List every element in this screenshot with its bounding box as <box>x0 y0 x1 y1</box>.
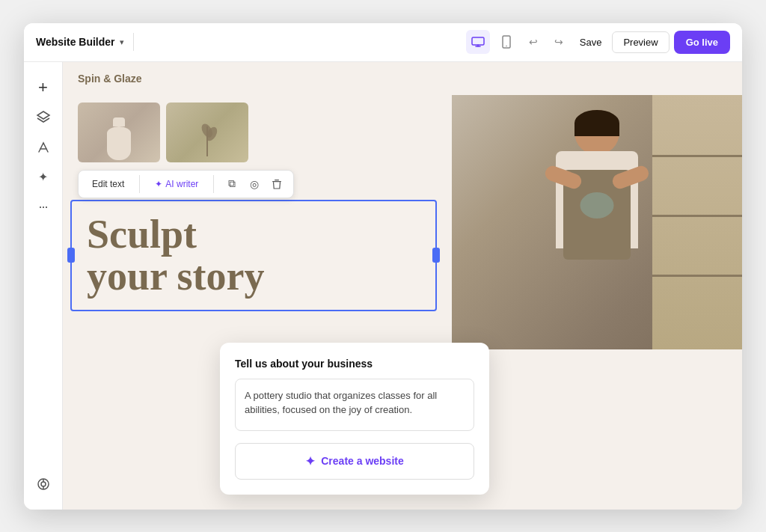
business-description-textarea[interactable] <box>235 379 474 431</box>
sidebar-sparkle-icon[interactable]: ✦ <box>30 164 57 191</box>
desktop-view-button[interactable] <box>466 30 490 54</box>
create-website-label: Create a website <box>321 455 404 467</box>
sidebar-more-icon[interactable]: ··· <box>30 194 57 221</box>
vase-neck <box>113 117 125 126</box>
eye-button[interactable]: ◎ <box>244 174 265 195</box>
edit-text-button[interactable]: Edit text <box>85 176 132 192</box>
create-sparkle-icon: ✦ <box>305 454 315 468</box>
hero-section: Edit text ✦ AI writer ⧉ ◎ <box>63 95 742 349</box>
vase-body <box>107 126 131 160</box>
sparkle-icon: ✦ <box>155 179 162 189</box>
undo-button[interactable]: ↩ <box>523 31 544 52</box>
toolbar: Website Builder ▾ <box>24 23 742 62</box>
vase-thumbnail[interactable] <box>78 103 160 162</box>
toolbar-divider-1 <box>139 175 140 193</box>
svg-point-7 <box>41 482 46 486</box>
chevron-down-icon: ▾ <box>120 37 124 47</box>
plant-thumbnail[interactable] <box>166 103 248 162</box>
ai-panel-title: Tell us about your business <box>235 358 474 370</box>
ai-writer-button[interactable]: ✦ AI writer <box>147 176 206 192</box>
resize-handle-left[interactable] <box>67 248 75 263</box>
canvas: Spin & Glaze <box>63 62 742 510</box>
person-silhouette <box>507 110 687 349</box>
svg-rect-0 <box>472 37 484 45</box>
vase-shape <box>104 117 134 159</box>
left-sidebar: + ✦ ··· <box>24 62 63 510</box>
svg-rect-10 <box>272 181 281 182</box>
hero-title-line2: your story <box>87 254 265 299</box>
hero-photo <box>452 95 742 349</box>
site-name: Spin & Glaze <box>78 73 142 85</box>
svg-rect-11 <box>275 180 279 180</box>
hero-title-line1: Sculpt <box>87 212 197 257</box>
text-block-wrapper: Sculpt your story <box>70 200 437 311</box>
site-header: Spin & Glaze <box>63 62 742 95</box>
resize-handle-right[interactable] <box>432 248 440 263</box>
browser-window: Website Builder ▾ <box>24 23 742 510</box>
toolbar-divider <box>133 33 134 51</box>
toolbar-left: Website Builder ▾ <box>36 33 460 51</box>
sidebar-connect-icon[interactable] <box>30 471 57 498</box>
svg-marker-5 <box>37 111 49 119</box>
copy-button[interactable]: ⧉ <box>221 174 242 195</box>
redo-button[interactable]: ↪ <box>548 31 569 52</box>
sidebar-add-icon[interactable]: + <box>30 74 57 101</box>
sidebar-ai-icon[interactable] <box>30 134 57 161</box>
app-title: Website Builder <box>36 36 115 48</box>
golive-button[interactable]: Go live <box>674 31 730 54</box>
website-content: Spin & Glaze <box>63 62 742 510</box>
editor-area: + ✦ ··· <box>24 62 742 510</box>
text-editing-toolbar: Edit text ✦ AI writer ⧉ ◎ <box>78 170 294 198</box>
create-website-button[interactable]: ✦ Create a website <box>235 443 474 480</box>
sidebar-layers-icon[interactable] <box>30 104 57 131</box>
svg-point-4 <box>506 46 507 47</box>
text-block-selected[interactable]: Sculpt your story <box>70 200 437 311</box>
delete-button[interactable] <box>266 174 287 195</box>
mobile-view-button[interactable] <box>494 30 518 54</box>
hero-left: Edit text ✦ AI writer ⧉ ◎ <box>63 95 452 349</box>
outer-wrapper: Website Builder ▾ <box>24 23 742 510</box>
hero-title: Sculpt your story <box>87 213 420 298</box>
toolbar-divider-2 <box>213 175 214 193</box>
toolbar-right: ↩ ↪ Save Preview Go live <box>466 30 730 54</box>
preview-button[interactable]: Preview <box>612 31 669 53</box>
image-thumbnails-row <box>78 95 437 162</box>
ai-panel: Tell us about your business ✦ Create a w… <box>220 343 489 495</box>
ai-writer-label: AI writer <box>165 179 198 189</box>
save-button[interactable]: Save <box>574 34 608 51</box>
